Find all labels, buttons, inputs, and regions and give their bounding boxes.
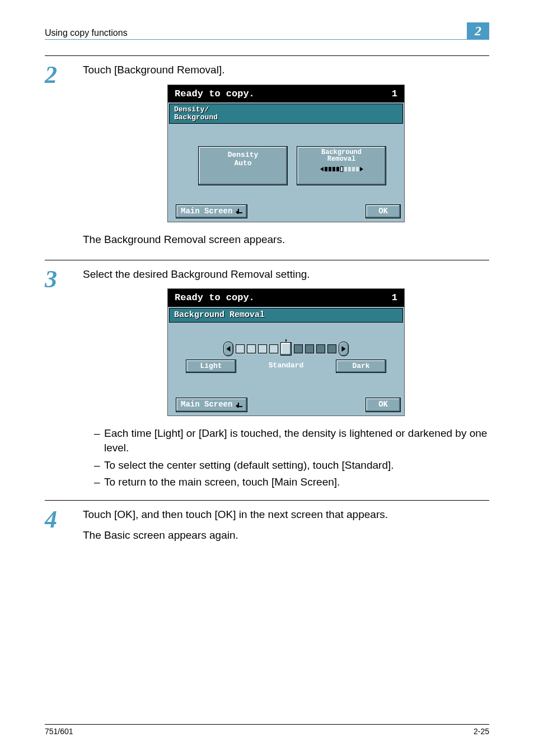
step-instruction: Touch [Background Removal]. [83, 63, 489, 78]
return-icon [237, 208, 242, 214]
status-text: Ready to copy. [175, 87, 255, 101]
page-footer: 751/601 2-25 [45, 724, 489, 736]
density-lighter-arrow[interactable] [223, 342, 233, 356]
step-result: The Background Removal screen appears. [83, 232, 489, 248]
model-number: 751/601 [45, 727, 73, 736]
density-label: Density [199, 151, 287, 160]
step-4: 4 Touch [OK], and then touch [OK] in the… [45, 500, 489, 548]
copy-count: 1 [392, 291, 397, 305]
density-slider [169, 323, 403, 356]
density-tick [327, 344, 336, 353]
step-number: 2 [45, 60, 83, 253]
density-tick [247, 344, 256, 353]
density-center-tick [280, 342, 292, 356]
ok-button[interactable]: OK [366, 204, 401, 219]
note-item: Each time [Light] or [Dark] is touched, … [94, 426, 489, 456]
step-instruction: Select the desired Background Removal se… [83, 267, 489, 282]
density-tick [316, 344, 325, 353]
step-3: 3 Select the desired Background Removal … [45, 260, 489, 493]
copy-count: 1 [392, 87, 397, 101]
note-item: To return to the main screen, touch [Mai… [94, 475, 489, 490]
step-number: 3 [45, 265, 83, 493]
return-icon [237, 402, 242, 408]
light-button[interactable]: Light [186, 360, 236, 373]
standard-button[interactable]: Standard [269, 360, 303, 373]
step-result: The Basic screen appears again. [83, 528, 489, 543]
step-number: 4 [45, 505, 83, 548]
background-removal-button[interactable]: Background Removal [297, 146, 386, 185]
step-2: 2 Touch [Background Removal]. Ready to c… [45, 55, 489, 253]
tab-density-background[interactable]: Density/ Background [169, 104, 403, 123]
step-instruction: Touch [OK], and then touch [OK] in the n… [83, 507, 489, 522]
status-text: Ready to copy. [175, 291, 255, 305]
density-tick [294, 344, 303, 353]
lcd-background-removal: Ready to copy. 1 Background Removal [167, 288, 405, 416]
status-bar: Ready to copy. 1 [168, 289, 404, 307]
tab-background-removal[interactable]: Background Removal [169, 308, 403, 323]
dark-button[interactable]: Dark [336, 360, 386, 373]
note-item: To select the center setting (default se… [94, 458, 489, 473]
bgremoval-label: Background Removal [297, 149, 386, 163]
main-screen-button[interactable]: Main Screen [176, 398, 247, 412]
ok-button[interactable]: OK [366, 398, 401, 412]
page-header: Using copy functions 2 [45, 22, 489, 40]
main-screen-label: Main Screen [181, 206, 232, 217]
lcd-density-background: Ready to copy. 1 Density/ Background Den… [167, 85, 405, 223]
density-tick [269, 344, 278, 353]
density-tick [305, 344, 314, 353]
page-number: 2-25 [474, 727, 489, 736]
main-screen-label: Main Screen [181, 399, 232, 410]
section-title: Using copy functions [45, 28, 128, 38]
density-button[interactable]: Density Auto [198, 146, 288, 185]
density-indicator [297, 166, 386, 172]
density-tick [258, 344, 267, 353]
status-bar: Ready to copy. 1 [168, 85, 404, 103]
step-notes: Each time [Light] or [Dark] is touched, … [83, 426, 489, 490]
density-value: Auto [199, 160, 287, 168]
density-darker-arrow[interactable] [339, 342, 349, 356]
main-screen-button[interactable]: Main Screen [176, 204, 247, 219]
density-tick [236, 344, 245, 353]
chapter-badge: 2 [467, 22, 489, 39]
